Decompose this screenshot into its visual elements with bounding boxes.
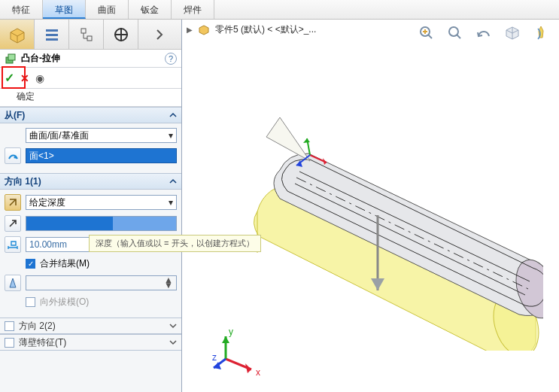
from-face-selection[interactable]: 面<1> bbox=[26, 148, 177, 163]
feature-title-bar: 凸台-拉伸 ? bbox=[0, 50, 181, 68]
reverse-direction-button[interactable] bbox=[5, 194, 21, 211]
draft-outward-checkbox bbox=[26, 297, 35, 307]
direction1-body: 给定深度▾ 10.00mm ▲▼ 合并结果(M) bbox=[0, 190, 181, 318]
depth-tooltip: 深度（输入值或以 = 开头，以创建方程式） bbox=[89, 235, 261, 252]
confirm-bar: ✓ ✕ ◉ bbox=[0, 68, 181, 89]
feature-title: 凸台-拉伸 bbox=[21, 52, 60, 65]
section-view-icon[interactable] bbox=[502, 23, 523, 44]
tab-features[interactable]: 特征 bbox=[0, 0, 43, 19]
from-section-body: 曲面/面/基准面▾ 面<1> bbox=[0, 123, 181, 173]
cancel-button[interactable]: ✕ bbox=[20, 72, 29, 84]
preview-button[interactable]: ◉ bbox=[35, 72, 44, 84]
svg-text:z: z bbox=[212, 352, 217, 363]
command-manager-tabs: 特征 草图 曲面 钣金 焊件 bbox=[0, 0, 559, 20]
svg-text:y: y bbox=[229, 327, 233, 337]
tab-sheetmetal[interactable]: 钣金 bbox=[129, 0, 172, 19]
ok-tooltip-label: 确定 bbox=[0, 89, 181, 107]
svg-rect-2 bbox=[46, 38, 58, 41]
from-condition-combo[interactable]: 曲面/面/基准面▾ bbox=[26, 128, 177, 143]
arrow-upright-icon bbox=[8, 218, 18, 229]
chevron-up-icon bbox=[169, 178, 177, 185]
zoom-fit-icon[interactable] bbox=[416, 23, 437, 44]
graphics-viewport[interactable]: ▶ 零件5 (默认) < <默认>_... bbox=[182, 20, 559, 392]
cube-icon bbox=[8, 25, 27, 44]
dimxpert-tab[interactable] bbox=[104, 20, 138, 49]
dimension-icon bbox=[7, 239, 19, 251]
svg-rect-3 bbox=[81, 29, 86, 33]
manager-tab-strip bbox=[0, 20, 181, 50]
draft-button[interactable] bbox=[5, 275, 21, 291]
from-section-header[interactable]: 从(F) bbox=[0, 107, 181, 123]
draft-angle-input: ▲▼ bbox=[26, 275, 177, 290]
thin-feature-checkbox[interactable] bbox=[5, 338, 14, 348]
heads-up-toolbar bbox=[416, 23, 551, 44]
chevron-right-icon: ▶ bbox=[187, 26, 193, 34]
orientation-triad[interactable]: x y z bbox=[211, 327, 263, 380]
direction2-header[interactable]: 方向 2(2) bbox=[0, 318, 181, 334]
direction2-checkbox[interactable] bbox=[5, 321, 14, 331]
direction-vector-icon[interactable] bbox=[5, 215, 21, 232]
property-manager-tab[interactable] bbox=[35, 20, 69, 49]
reverse-arrow-icon bbox=[8, 197, 18, 208]
ok-button[interactable]: ✓ bbox=[5, 71, 14, 85]
model-preview bbox=[227, 72, 543, 351]
depth-icon bbox=[5, 236, 21, 253]
tab-surface[interactable]: 曲面 bbox=[86, 0, 129, 19]
part-icon bbox=[197, 23, 211, 36]
chevron-down-icon bbox=[169, 339, 177, 346]
zoom-area-icon[interactable] bbox=[445, 23, 466, 44]
chevron-down-icon: ▾ bbox=[169, 130, 173, 141]
feature-manager-tab[interactable] bbox=[0, 20, 35, 49]
help-button[interactable]: ? bbox=[165, 53, 177, 65]
extrude-icon bbox=[5, 53, 17, 65]
svg-rect-0 bbox=[46, 29, 58, 32]
list-icon bbox=[44, 26, 60, 43]
svg-text:x: x bbox=[256, 367, 260, 378]
config-manager-tab[interactable] bbox=[69, 20, 104, 49]
merge-result-checkbox[interactable] bbox=[26, 259, 35, 269]
direction1-header[interactable]: 方向 1(1) bbox=[0, 173, 181, 190]
tab-weldments[interactable]: 焊件 bbox=[172, 0, 214, 19]
property-manager: 凸台-拉伸 ? ✓ ✕ ◉ 确定 从(F) 曲面/面/基准面▾ bbox=[0, 20, 182, 392]
draft-outward-label: 向外拔模(O) bbox=[40, 296, 89, 308]
chevron-down-icon: ▾ bbox=[169, 197, 173, 208]
tree-icon bbox=[78, 26, 95, 43]
draft-icon bbox=[7, 277, 19, 289]
target-icon bbox=[113, 26, 129, 43]
svg-rect-1 bbox=[46, 34, 58, 36]
svg-rect-7 bbox=[8, 54, 15, 60]
chevron-down-icon bbox=[169, 322, 177, 330]
chevron-right-icon bbox=[155, 26, 166, 43]
end-condition-combo[interactable]: 给定深度▾ bbox=[26, 195, 177, 210]
overflow-tab[interactable] bbox=[138, 20, 181, 49]
face-arrow-icon bbox=[7, 150, 19, 162]
previous-view-icon[interactable] bbox=[473, 23, 494, 44]
from-face-selector-icon[interactable] bbox=[5, 147, 21, 164]
chevron-up-icon bbox=[169, 111, 177, 119]
spinner-icon: ▲▼ bbox=[164, 278, 173, 288]
tab-sketch[interactable]: 草图 bbox=[43, 0, 86, 19]
merge-result-label: 合并结果(M) bbox=[40, 257, 90, 270]
display-style-icon[interactable] bbox=[530, 23, 551, 44]
svg-rect-4 bbox=[87, 36, 92, 41]
direction-vector-field[interactable] bbox=[26, 216, 177, 231]
thin-feature-header[interactable]: 薄壁特征(T) bbox=[0, 334, 181, 351]
breadcrumb[interactable]: ▶ 零件5 (默认) < <默认>_... bbox=[187, 23, 316, 36]
